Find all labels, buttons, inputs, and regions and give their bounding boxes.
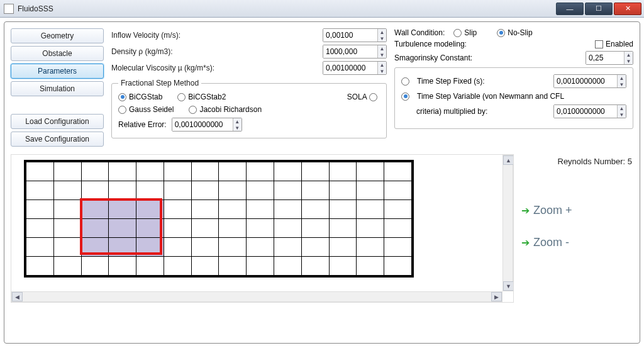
parameters-button[interactable]: Parameters <box>11 64 104 79</box>
zoom-in-button[interactable]: ➔ Zoom + <box>521 204 632 217</box>
timestep-variable-label1: Time Step Variable (von Newmann and CFL <box>417 92 626 101</box>
window-titlebar: FluidoSSS — ☐ ✕ <box>0 0 644 18</box>
radio-timestep-fixed[interactable] <box>401 77 412 86</box>
stepper-up-icon[interactable]: ▲ <box>618 75 626 81</box>
inflow-velocity-stepper[interactable]: ▲▼ <box>323 28 387 42</box>
stepper-down-icon[interactable]: ▼ <box>625 58 633 64</box>
viscosity-stepper[interactable]: ▲▼ <box>323 61 387 75</box>
scroll-down-icon[interactable]: ▼ <box>503 281 514 291</box>
timestep-fixed-label: Time Step Fixed (s): <box>417 77 548 86</box>
arrow-right-icon: ➔ <box>521 205 530 216</box>
stepper-up-icon[interactable]: ▲ <box>625 52 633 58</box>
arrow-right-icon: ➔ <box>521 237 530 249</box>
smagorinsky-label: Smagorinsky Constant: <box>394 53 472 62</box>
stepper-down-icon[interactable]: ▼ <box>378 35 386 42</box>
radio-sola[interactable]: SOLA <box>347 93 380 101</box>
minimize-button[interactable]: — <box>556 3 584 15</box>
sidebar: Geometry Obstacle Parameters Simulation … <box>11 28 104 147</box>
stepper-up-icon[interactable]: ▲ <box>233 118 242 125</box>
wall-condition-label: Wall Condition: <box>394 28 445 37</box>
app-icon <box>4 4 14 14</box>
viscosity-input[interactable] <box>323 62 377 74</box>
window-title: FluidoSSS <box>18 4 53 13</box>
scroll-right-icon[interactable]: ▶ <box>491 292 502 301</box>
checkbox-turbulence-enabled[interactable]: Enabled <box>595 40 633 48</box>
stepper-down-icon[interactable]: ▼ <box>233 125 242 131</box>
vertical-scrollbar[interactable]: ▲ ▼ <box>502 155 513 291</box>
inflow-velocity-input[interactable] <box>323 29 377 42</box>
grid-viewport[interactable]: ▲ ▼ ◀ ▶ <box>11 154 514 303</box>
timestep-fixed-input[interactable] <box>554 75 617 87</box>
density-stepper[interactable]: ▲▼ <box>323 45 387 59</box>
radio-noslip[interactable]: No-Slip <box>497 28 532 37</box>
scroll-left-icon[interactable]: ◀ <box>12 292 23 301</box>
save-configuration-button[interactable]: Save Configuration <box>11 132 104 147</box>
turbulence-modeling-label: Turbulence modeling: <box>394 40 467 48</box>
stepper-down-icon[interactable]: ▼ <box>378 68 386 74</box>
timestep-variable-stepper[interactable]: ▲▼ <box>553 104 626 118</box>
relative-error-label: Relative Error: <box>118 120 167 129</box>
inflow-velocity-label: Inflow Velocity (m/s): <box>111 31 231 40</box>
stepper-up-icon[interactable]: ▲ <box>618 105 626 111</box>
stepper-down-icon[interactable]: ▼ <box>618 81 626 87</box>
grid-canvas <box>24 160 414 278</box>
horizontal-scrollbar[interactable]: ◀ ▶ <box>11 291 502 302</box>
stepper-down-icon[interactable]: ▼ <box>618 111 626 118</box>
parameters-panel: Inflow Velocity (m/s): ▲▼ Density ρ (kg/… <box>111 28 387 147</box>
stepper-up-icon[interactable]: ▲ <box>378 62 386 68</box>
density-label: Density ρ (kg/m3): <box>111 47 231 56</box>
maximize-button[interactable]: ☐ <box>585 3 613 15</box>
close-button[interactable]: ✕ <box>614 3 641 15</box>
smagorinsky-stepper[interactable]: ▲▼ <box>586 51 633 65</box>
timestep-variable-input[interactable] <box>554 105 617 118</box>
radio-timestep-variable[interactable] <box>401 93 412 101</box>
stepper-down-icon[interactable]: ▼ <box>378 52 386 58</box>
geometry-button[interactable]: Geometry <box>11 28 104 43</box>
radio-bicgstab[interactable]: BiCGStab <box>118 93 162 101</box>
right-panel: Wall Condition: Slip No-Slip Turbulence … <box>394 28 633 147</box>
scroll-up-icon[interactable]: ▲ <box>503 155 514 165</box>
radio-bicgstab2[interactable]: BiCGStab2 <box>177 93 226 101</box>
zoom-panel: Reynolds Number: 5 ➔ Zoom + ➔ Zoom - <box>520 154 633 303</box>
timestep-fixed-stepper[interactable]: ▲▼ <box>553 74 626 88</box>
relative-error-input[interactable] <box>172 118 233 131</box>
fsm-legend: Fractional Step Method <box>118 79 201 87</box>
smagorinsky-input[interactable] <box>586 52 624 64</box>
obstacle-button[interactable]: Obstacle <box>11 46 104 61</box>
fractional-step-method-group: Fractional Step Method BiCGStab BiCGStab… <box>111 79 387 138</box>
timestep-group: Time Step Fixed (s): ▲▼ Time Step Variab… <box>394 67 633 129</box>
density-input[interactable] <box>323 45 377 58</box>
stepper-up-icon[interactable]: ▲ <box>378 29 386 35</box>
radio-gauss-seidel[interactable]: Gauss Seidel <box>118 105 174 114</box>
stepper-up-icon[interactable]: ▲ <box>378 45 386 52</box>
relative-error-stepper[interactable]: ▲▼ <box>172 118 242 132</box>
simulation-button[interactable]: Simulation <box>11 81 104 96</box>
zoom-out-button[interactable]: ➔ Zoom - <box>521 236 632 249</box>
timestep-variable-label2: criteria) multiplied by: <box>416 107 548 116</box>
viscosity-label: Molecular Viscosity µ (kg/m*s): <box>111 64 231 72</box>
radio-slip[interactable]: Slip <box>453 28 477 37</box>
reynolds-number-label: Reynolds Number: 5 <box>521 157 632 166</box>
radio-jacobi-richardson[interactable]: Jacobi Richardson <box>189 105 262 114</box>
load-configuration-button[interactable]: Load Configuration <box>11 114 104 129</box>
